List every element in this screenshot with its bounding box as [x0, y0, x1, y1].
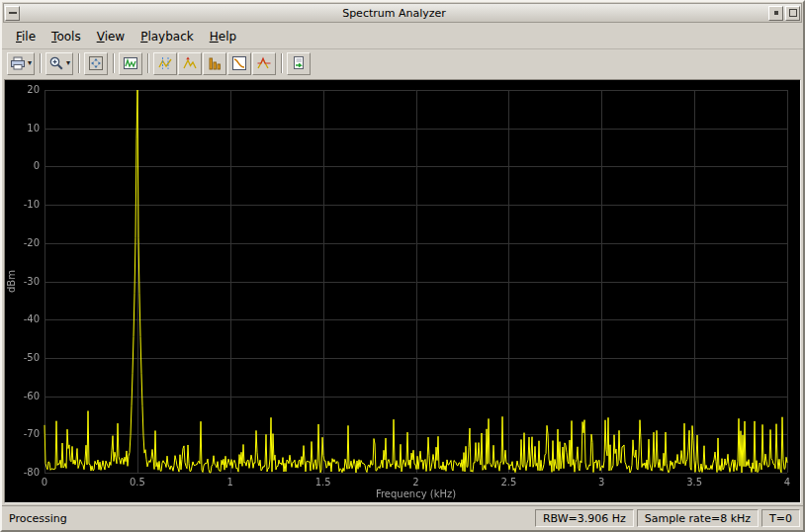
zoom-in-button[interactable]: ▾ — [45, 52, 73, 75]
fit-to-view-button[interactable] — [84, 52, 108, 75]
toolbar: ▾ ▾ — [2, 48, 803, 77]
time-panel: T=0 — [761, 509, 800, 527]
minimize-icon — [774, 11, 778, 15]
window-title: Spectrum Analyzer — [21, 7, 767, 20]
plot-area[interactable] — [4, 79, 801, 503]
maximize-icon — [789, 9, 797, 17]
peak-finder-icon — [182, 55, 198, 71]
cursor-measurements-icon — [157, 55, 173, 71]
window-menu-icon — [9, 12, 17, 14]
spectrum-plot[interactable] — [5, 80, 800, 502]
toolbar-separator — [113, 53, 115, 73]
menu-tools[interactable]: Tools — [44, 26, 89, 47]
toolbar-separator — [281, 53, 283, 73]
ccdf-measurements-icon — [231, 55, 247, 71]
menu-view[interactable]: View — [89, 26, 133, 47]
print-button[interactable]: ▾ — [7, 52, 35, 75]
title-bar[interactable]: Spectrum Analyzer — [3, 3, 802, 23]
spectrum-analyzer-window: Spectrum Analyzer File Tools View Playba… — [0, 0, 805, 532]
window-menu-button[interactable] — [5, 6, 20, 21]
menu-bar: File Tools View Playback Help — [2, 24, 803, 48]
status-bar: Processing RBW=3.906 Hz Sample rate=8 kH… — [2, 505, 803, 530]
cursor-measurements-button[interactable] — [153, 52, 177, 75]
peak-finder-button[interactable] — [178, 52, 202, 75]
menu-help[interactable]: Help — [202, 26, 244, 47]
distortion-measurements-button[interactable] — [203, 52, 226, 75]
toolbar-separator — [40, 53, 42, 73]
sample-rate-panel: Sample rate=8 kHz — [637, 509, 759, 527]
spectrum-settings-icon — [123, 55, 138, 71]
zoom-in-icon — [48, 55, 64, 71]
fit-to-view-icon — [88, 55, 104, 71]
spectrum-settings-button[interactable] — [119, 52, 142, 75]
toolbar-separator — [78, 53, 80, 73]
snapshot-icon — [291, 55, 307, 71]
menu-file[interactable]: File — [8, 26, 44, 47]
maximize-button[interactable] — [785, 6, 800, 21]
dropdown-arrow-icon[interactable]: ▾ — [66, 59, 70, 67]
minimize-button[interactable] — [768, 6, 783, 21]
snapshot-button[interactable] — [287, 52, 311, 75]
dropdown-arrow-icon[interactable]: ▾ — [28, 59, 32, 67]
distortion-measurements-icon — [207, 55, 223, 71]
rbw-panel: RBW=3.906 Hz — [535, 509, 634, 527]
printer-icon — [10, 55, 26, 71]
spectral-mask-button[interactable] — [252, 52, 276, 75]
toolbar-separator — [147, 53, 149, 73]
ccdf-measurements-button[interactable] — [227, 52, 251, 75]
status-message: Processing — [5, 512, 532, 525]
spectral-mask-icon — [256, 55, 272, 71]
menu-playback[interactable]: Playback — [133, 26, 202, 47]
